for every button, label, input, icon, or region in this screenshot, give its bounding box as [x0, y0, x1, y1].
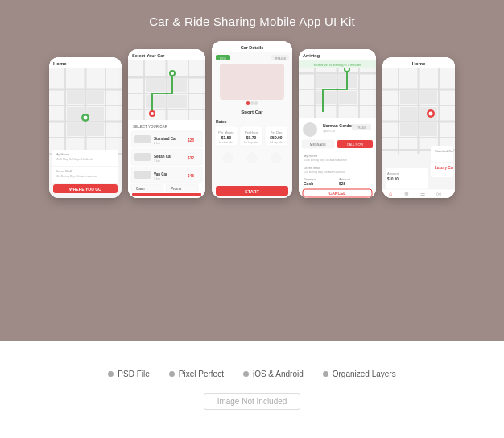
- svg-point-91: [222, 152, 233, 163]
- svg-rect-144: [420, 91, 437, 104]
- svg-text:Per Minute: Per Minute: [218, 130, 234, 134]
- feature-pixel-perfect: Pixel Perfect: [169, 370, 224, 378]
- svg-rect-154: [431, 163, 453, 177]
- svg-rect-57: [134, 171, 151, 179]
- svg-rect-13: [67, 123, 84, 136]
- svg-text:Cash: Cash: [304, 181, 313, 186]
- feature-psd-file: PSD File: [108, 370, 149, 378]
- svg-text:Arriving: Arriving: [303, 53, 320, 58]
- svg-rect-106: [339, 91, 357, 104]
- feature-layers-label: Organized Layers: [333, 370, 396, 378]
- svg-text:Your driver is arriving in 5 m: Your driver is arriving in 5 minutes: [313, 63, 361, 67]
- svg-rect-103: [316, 75, 336, 88]
- phone-screen-2: Select Your Car SELECT YOUR CAR Standard…: [128, 49, 205, 198]
- svg-text:Car Details: Car Details: [241, 45, 264, 50]
- svg-text:Sport Car: Sport Car: [323, 130, 336, 133]
- svg-rect-105: [316, 91, 336, 104]
- svg-rect-52: [134, 153, 151, 161]
- svg-text:☰: ☰: [420, 191, 425, 196]
- phone-select-car: Select Your Car SELECT YOUR CAR Standard…: [128, 49, 205, 198]
- svg-rect-34: [146, 79, 165, 92]
- phone-screen-4: Arriving Your driver is arriving in 5 mi…: [299, 49, 376, 198]
- feature-ios-label: iOS & Android: [253, 370, 304, 378]
- svg-text:Luxury Car: Luxury Car: [435, 166, 454, 170]
- phone-screen-5: Home Standard Car Luxury Car Amount $10.…: [382, 57, 455, 198]
- svg-rect-36: [146, 95, 165, 108]
- svg-point-75: [250, 101, 254, 105]
- svg-rect-152: [431, 146, 453, 162]
- svg-text:Select Your Car: Select Your Car: [132, 53, 165, 58]
- svg-point-114: [303, 122, 317, 137]
- svg-text:SELECT YOUR CAR: SELECT YOUR CAR: [133, 125, 168, 129]
- svg-rect-142: [400, 91, 417, 104]
- svg-text:3 km: 3 km: [154, 159, 160, 163]
- svg-text:CALL NOW: CALL NOW: [347, 143, 364, 147]
- svg-text:$45: $45: [188, 173, 195, 178]
- svg-point-41: [171, 72, 174, 75]
- features-row: PSD File Pixel Perfect iOS & Android Org…: [108, 370, 395, 378]
- svg-rect-47: [134, 135, 151, 143]
- top-section: Car & Ride Sharing Mobile App UI Kit: [0, 0, 504, 341]
- svg-text:Cash: Cash: [136, 187, 145, 191]
- svg-text:$28: $28: [339, 181, 346, 186]
- svg-rect-146: [400, 123, 417, 136]
- bottom-section: PSD File Pixel Perfect iOS & Android Org…: [0, 341, 504, 438]
- svg-rect-37: [168, 95, 187, 108]
- phone-screen-3: Car Details 85% TR4456: [212, 41, 292, 198]
- svg-rect-143: [400, 107, 417, 120]
- svg-text:Standard Car: Standard Car: [154, 137, 177, 141]
- svg-text:TR4456: TR4456: [357, 126, 367, 130]
- svg-text:for long rides: for long rides: [244, 141, 258, 144]
- svg-text:$1.50: $1.50: [221, 135, 232, 140]
- svg-text:$50.00: $50.00: [270, 135, 283, 140]
- svg-text:for short rides: for short rides: [219, 141, 234, 144]
- svg-text:Sport Car: Sport Car: [241, 110, 263, 114]
- svg-text:$10.50: $10.50: [387, 177, 399, 181]
- svg-rect-65: [132, 193, 201, 196]
- svg-text:Per Day: Per Day: [271, 130, 282, 134]
- svg-text:Promo: Promo: [171, 187, 182, 191]
- svg-rect-10: [67, 107, 84, 120]
- svg-point-76: [254, 101, 258, 105]
- svg-point-39: [151, 112, 154, 115]
- svg-point-151: [429, 112, 433, 116]
- phones-row: Home My Home 1548 Clay Hill Cape Haddock…: [49, 41, 455, 198]
- svg-text:Green Mall: Green Mall: [56, 169, 72, 173]
- main-container: Car & Ride Sharing Mobile App UI Kit: [0, 0, 504, 438]
- svg-text:Home: Home: [53, 61, 67, 66]
- svg-text:TR4456: TR4456: [275, 56, 287, 60]
- svg-point-93: [271, 152, 282, 163]
- phone-car-details: Car Details 85% TR4456: [212, 41, 292, 198]
- feature-ios-android: iOS & Android: [243, 370, 304, 378]
- svg-text:⌂: ⌂: [389, 191, 392, 196]
- svg-text:1548 Boring Bay 5th Avant Aven: 1548 Boring Bay 5th Avant Avenue: [304, 159, 347, 162]
- svg-text:MESSAGE: MESSAGE: [310, 143, 326, 147]
- bullet-ios: [243, 371, 249, 377]
- svg-text:5 km: 5 km: [154, 177, 160, 180]
- svg-text:Sedan Car: Sedan Car: [154, 155, 172, 159]
- svg-rect-14: [87, 123, 104, 136]
- svg-rect-147: [420, 123, 437, 136]
- svg-text:85%: 85%: [220, 56, 226, 60]
- svg-rect-73: [220, 64, 284, 100]
- phone-screen-1: Home My Home 1548 Clay Hill Cape Haddock…: [49, 57, 122, 198]
- svg-text:2 km: 2 km: [154, 142, 160, 145]
- svg-text:1548 Clay Hill Cape Haddock: 1548 Clay Hill Cape Haddock: [56, 158, 93, 161]
- svg-text:full day ride: full day ride: [270, 141, 283, 144]
- svg-text:Per Hour: Per Hour: [245, 130, 258, 134]
- svg-rect-12: [87, 107, 104, 120]
- svg-text:$28: $28: [188, 138, 195, 143]
- phone-home-map: Home My Home 1548 Clay Hill Cape Haddock…: [49, 57, 122, 198]
- svg-text:START: START: [245, 189, 260, 194]
- svg-rect-159: [382, 189, 455, 198]
- svg-point-18: [84, 116, 88, 120]
- svg-text:154 Boring Bay 5th Avant Avenu: 154 Boring Bay 5th Avant Avenue: [304, 171, 345, 174]
- svg-text:$9.70: $9.70: [246, 135, 257, 140]
- phone-home-map2: Home Standard Car Luxury Car Amount $10.…: [382, 57, 455, 198]
- feature-organized-layers: Organized Layers: [323, 370, 396, 378]
- svg-text:Rates: Rates: [216, 119, 227, 124]
- svg-text:Amount: Amount: [387, 171, 399, 176]
- svg-rect-104: [339, 75, 357, 88]
- svg-text:WHERE YOU GO: WHERE YOU GO: [69, 187, 101, 192]
- svg-text:$32: $32: [188, 155, 195, 160]
